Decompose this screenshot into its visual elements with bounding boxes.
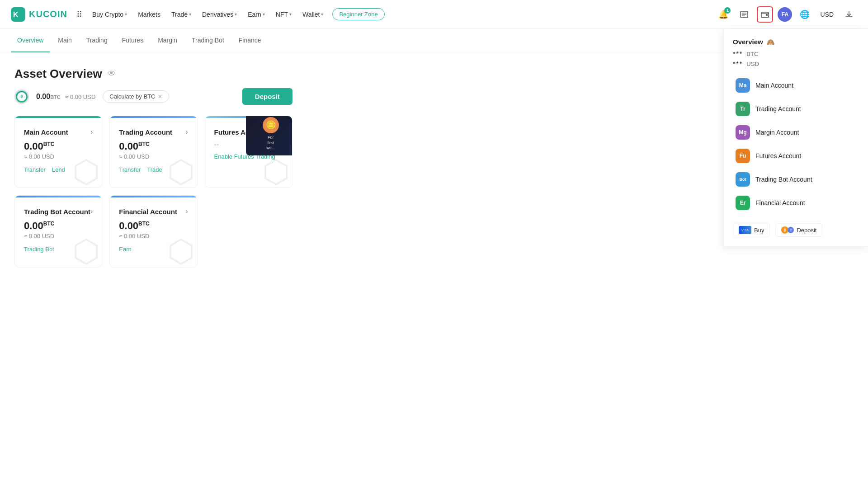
earn-link[interactable]: Earn <box>119 246 131 253</box>
nav-trade[interactable]: Trade ▾ <box>167 8 196 21</box>
panel-main-avatar: Ma <box>736 78 750 93</box>
panel-margin-account[interactable]: Mg Margin Account <box>733 122 859 143</box>
download-icon[interactable] <box>841 6 857 23</box>
panel-trading-account-label: Trading Account <box>755 105 801 113</box>
trading-trade-link[interactable]: Trade <box>147 166 162 173</box>
nav-buy-crypto[interactable]: Buy Crypto ▾ <box>88 8 132 21</box>
subnav-futures[interactable]: Futures <box>116 29 150 52</box>
main-account-title: Main Account <box>24 128 68 136</box>
panel-deposit-button[interactable]: ₿ Ξ Deposit <box>775 223 822 237</box>
card-arrow-icon[interactable]: › <box>185 207 188 216</box>
panel-buy-button[interactable]: VISA Buy <box>733 223 770 237</box>
panel-futures-account[interactable]: Fu Futures Account <box>733 145 859 167</box>
nav-wallet[interactable]: Wallet ▾ <box>298 8 328 21</box>
cards-grid: Main Account › 0.00BTC ≈ 0.00 USD Transf… <box>14 116 292 267</box>
chevron-down-icon: ▾ <box>189 12 191 17</box>
svg-text:K: K <box>13 11 19 19</box>
hide-balance-icon[interactable]: 👁 <box>108 69 116 79</box>
navbar: K KUCOIN ⠿ Buy Crypto ▾ Markets Trade ▾ … <box>0 0 868 29</box>
trading-account-usd: ≈ 0.00 USD <box>119 153 188 160</box>
user-avatar[interactable]: FA <box>778 7 792 22</box>
panel-main-account[interactable]: Ma Main Account <box>733 75 859 96</box>
panel-financial-account-label: Financial Account <box>755 199 805 206</box>
panel-accounts-list: Ma Main Account Tr Trading Account Mg Ma… <box>733 75 859 214</box>
main-lend-link[interactable]: Lend <box>52 166 65 173</box>
crypto-icons: ₿ Ξ <box>781 226 794 234</box>
panel-hide-icon[interactable]: 🙈 <box>767 38 774 46</box>
financial-account-title: Financial Account <box>119 208 177 216</box>
panel-futures-account-label: Futures Account <box>755 152 801 160</box>
main-content: Asset Overview 👁 ₿ 0.00BTC ≈ 0.00 USD Ca… <box>0 52 307 282</box>
trading-account-amount: 0.00BTC <box>119 141 188 152</box>
notification-badge: 1 <box>724 7 731 14</box>
orders-icon[interactable] <box>736 6 752 23</box>
trading-account-actions: Transfer Trade <box>119 166 188 173</box>
subnav-trading[interactable]: Trading <box>80 29 114 52</box>
asset-header: Asset Overview 👁 <box>14 67 292 81</box>
panel-bot-account[interactable]: Bot Trading Bot Account <box>733 169 859 190</box>
card-top-bar <box>110 196 197 197</box>
financial-account-amount: 0.00BTC <box>119 220 188 232</box>
chevron-down-icon: ▾ <box>321 12 323 17</box>
chevron-down-icon: ▾ <box>235 12 237 17</box>
panel-btc-amount: *** <box>733 50 743 57</box>
main-account-card: Main Account › 0.00BTC ≈ 0.00 USD Transf… <box>14 116 102 188</box>
globe-icon[interactable]: 🌐 <box>797 6 813 23</box>
notification-bell[interactable]: 🔔 1 <box>715 6 731 23</box>
logo[interactable]: K KUCOIN <box>11 7 67 22</box>
card-top-bar <box>15 116 102 118</box>
grid-icon[interactable]: ⠿ <box>76 9 82 19</box>
panel-trading-avatar: Tr <box>736 102 750 116</box>
trading-bot-usd: ≈ 0.00 USD <box>24 233 93 239</box>
card-arrow-icon[interactable]: › <box>90 128 93 136</box>
nav-markets[interactable]: Markets <box>133 8 165 21</box>
chevron-down-icon: ▾ <box>289 12 292 17</box>
main-account-amount: 0.00BTC <box>24 141 93 152</box>
card-arrow-icon[interactable]: › <box>185 128 188 136</box>
card-header: Financial Account › <box>119 207 188 216</box>
visa-icon: VISA <box>739 226 751 234</box>
panel-main-account-label: Main Account <box>755 82 793 89</box>
chevron-down-icon: ▾ <box>263 12 265 17</box>
trading-account-title: Trading Account <box>119 128 172 136</box>
btc-circle-icon: ₿ <box>14 89 29 104</box>
nav-nft[interactable]: NFT ▾ <box>271 8 296 21</box>
trading-transfer-link[interactable]: Transfer <box>119 166 141 173</box>
currency-selector[interactable]: USD <box>817 9 836 20</box>
subnav-margin[interactable]: Margin <box>151 29 184 52</box>
nav-items: Buy Crypto ▾ Markets Trade ▾ Derivatives… <box>88 8 716 21</box>
card-arrow-icon[interactable]: › <box>90 207 93 216</box>
panel-usd-amount: *** <box>733 60 743 67</box>
trading-bot-card: Trading Bot Account › 0.00BTC ≈ 0.00 USD… <box>14 195 102 267</box>
wallet-icon[interactable] <box>757 6 773 23</box>
main-transfer-link[interactable]: Transfer <box>24 166 46 173</box>
main-account-actions: Transfer Lend <box>24 166 93 173</box>
calculate-by-btc-button[interactable]: Calculate by BTC ✕ <box>103 90 169 103</box>
card-top-bar <box>110 116 197 118</box>
panel-trading-account[interactable]: Tr Trading Account <box>733 98 859 120</box>
card-top-bar <box>15 196 102 197</box>
nav-earn[interactable]: Earn ▾ <box>243 8 269 21</box>
card-header: Trading Account › <box>119 128 188 136</box>
subnav-finance[interactable]: Finance <box>232 29 268 52</box>
financial-account-actions: Earn <box>119 246 188 253</box>
chevron-down-icon: ▾ <box>125 12 127 17</box>
subnav-trading-bot[interactable]: Trading Bot <box>185 29 231 52</box>
nav-derivatives[interactable]: Derivatives ▾ <box>198 8 241 21</box>
deposit-main-button[interactable]: Deposit <box>242 88 292 105</box>
panel-usd-row: *** USD <box>733 60 859 67</box>
trading-bot-actions: Trading Bot <box>24 246 93 253</box>
card-header: Main Account › <box>24 128 93 136</box>
subnav-main[interactable]: Main <box>52 29 78 52</box>
trading-bot-link[interactable]: Trading Bot <box>24 246 54 253</box>
trading-account-card: Trading Account › 0.00BTC ≈ 0.00 USD Tra… <box>109 116 197 188</box>
subnav-overview[interactable]: Overview <box>11 29 50 52</box>
panel-overview-row: Overview 🙈 <box>733 38 859 46</box>
trading-bot-amount: 0.00BTC <box>24 220 93 232</box>
beginner-zone-button[interactable]: Beginner Zone <box>332 8 384 20</box>
panel-financial-account[interactable]: Er Financial Account <box>733 192 859 214</box>
close-icon[interactable]: ✕ <box>158 94 162 100</box>
panel-btc-row: *** BTC <box>733 50 859 57</box>
panel-footer: VISA Buy ₿ Ξ Deposit <box>733 223 859 237</box>
panel-financial-avatar: Er <box>736 196 750 210</box>
